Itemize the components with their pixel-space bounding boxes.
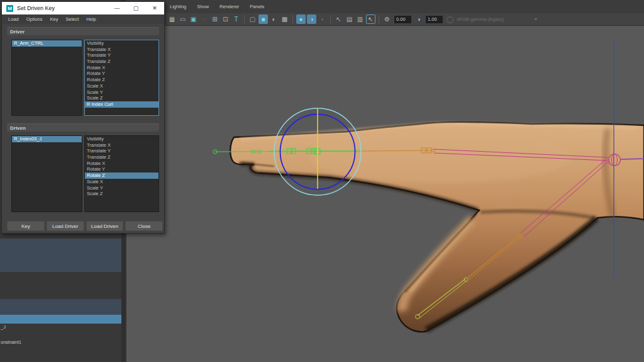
safe-action-icon[interactable]: ⊡ [221,14,230,24]
panel-layout-icon[interactable]: ▤ [345,14,354,24]
viewport-renderer-icon[interactable]: ↖ [366,14,375,24]
textured-icon[interactable]: ▩ [280,14,289,24]
safe-title-icon[interactable]: T [231,14,241,24]
driver-attr-item[interactable]: Visibility [85,40,158,47]
driven-attr-item[interactable]: Rotate X [85,161,158,167]
driver-attr-item[interactable]: Rotate Z [85,77,158,83]
panel-layout-icon-2[interactable]: ▥ [355,14,365,24]
contrast-icon[interactable]: ◑ [414,14,423,24]
driver-attr-item[interactable]: Scale Z [85,95,158,101]
toolbar-separator [379,15,379,23]
toolbar-separator [292,15,293,23]
driver-frame-header[interactable]: Driver [7,27,159,35]
menu-lighting[interactable]: Lighting [170,4,186,9]
driver-object-item-selected[interactable]: R_Arm_CTRL [12,40,82,47]
chevron-down-icon: ▾ [535,16,537,22]
driver-attribute-list[interactable]: Visibility Translate X Translate Y Trans… [84,40,159,116]
panel-menubar: Lighting Show Renderer Panels [126,0,644,13]
grid-icon[interactable]: ▦ [167,14,177,24]
toolbar-separator [244,15,245,23]
menu-renderer[interactable]: Renderer [219,4,239,9]
maximize-button[interactable]: ▢ [128,2,144,14]
close-dialog-button[interactable]: Close [125,221,163,231]
dialog-menubar: Load Options Key Select Help [2,14,164,24]
load-driven-button[interactable]: Load Driven [86,221,124,231]
gamma-field[interactable]: 1.00 [426,16,443,23]
load-driver-button[interactable]: Load Driver [47,221,84,231]
driven-attr-item[interactable]: Translate Y [85,148,158,154]
driver-attr-item[interactable]: Translate Z [85,59,158,65]
outliner-row-group[interactable] [0,239,121,272]
menu-load[interactable]: Load [8,16,19,22]
outliner-row-group[interactable] [0,299,121,315]
isolate-select-icon[interactable]: ↖ [334,14,343,24]
exposure-field[interactable]: 0.00 [394,16,411,23]
key-button[interactable]: Key [7,221,45,231]
driven-attr-item[interactable]: Scale X [85,179,158,185]
use-all-lights-icon[interactable]: ● [296,14,306,24]
menu-options[interactable]: Options [26,16,43,22]
outliner-item-label[interactable]: _J [1,324,6,330]
gear-icon[interactable]: ⚙ [382,14,392,24]
driver-object-list[interactable]: R_Arm_CTRL [11,40,82,116]
driver-attr-item[interactable]: Rotate Y [85,71,158,77]
driver-attr-item[interactable]: Translate X [85,47,158,53]
driven-object-list[interactable]: R_Index03_J [11,135,82,212]
shadows-icon[interactable]: ◑ [307,14,316,24]
driven-attr-item[interactable]: Rotate Y [85,166,158,173]
gate-mask-icon[interactable]: ▫ [199,14,209,24]
view-transform-label: sRGB gamma (legacy) [457,16,504,22]
outliner-item-label[interactable]: onstraint1 [1,339,21,345]
menu-key[interactable]: Key [50,16,58,22]
maya-logo-icon: M [6,5,13,12]
close-button[interactable]: ✕ [147,2,163,14]
driver-attr-item[interactable]: Scale X [85,83,158,89]
driver-attr-item[interactable]: Scale Y [85,89,158,96]
driven-attr-item[interactable]: Translate Z [85,154,158,161]
driven-attr-item-selected[interactable]: Rotate Z [85,173,158,179]
field-chart-icon[interactable]: ⊞ [210,14,219,24]
driven-attr-item[interactable]: Translate X [85,142,158,149]
toolbar-separator [330,15,331,23]
viewport-header: Lighting Show Renderer Panels ⌖ ◈ ✎ ▦ ▭ … [126,0,644,26]
driven-object-item-selected[interactable]: R_Index03_J [12,136,82,142]
window-title: Set Driven Key [17,5,55,11]
menu-panels[interactable]: Panels [250,4,264,9]
driven-attr-item[interactable]: Scale Z [85,191,158,197]
resolution-gate-icon[interactable]: ▣ [189,14,198,24]
wireframe-icon[interactable]: ▢ [248,14,257,24]
driven-attribute-list[interactable]: Visibility Translate X Translate Y Trans… [84,135,159,212]
outliner-row-group[interactable] [0,272,121,299]
default-material-icon[interactable]: ◐ [269,14,279,24]
driven-attr-item[interactable]: Visibility [85,136,158,142]
menu-help[interactable]: Help [86,16,96,22]
driver-attr-item[interactable]: Rotate X [85,65,158,71]
driver-attr-item-selected[interactable]: R Index Curl [85,101,158,108]
window-titlebar[interactable]: M Set Driven Key — ▢ ✕ [2,2,164,14]
menu-select[interactable]: Select [65,16,79,22]
ao-icon[interactable]: ▪ [318,14,327,24]
film-gate-icon[interactable]: ▭ [178,14,187,24]
minimize-button[interactable]: — [109,2,125,14]
driven-frame-header[interactable]: Driven [7,123,159,132]
outliner-row-selected[interactable] [0,315,121,324]
driven-attr-item[interactable]: Scale Y [85,185,158,191]
panel-toolbar: ⌖ ◈ ✎ ▦ ▭ ▣ ▫ ⊞ ⊡ T ▢ ■ ◐ ▩ ● ◑ ▪ ↖ ▤ ▥ … [126,13,644,25]
set-driven-key-window: M Set Driven Key — ▢ ✕ Load Options Key … [1,1,165,234]
view-transform-icon[interactable]: ◯ [445,14,455,24]
dialog-buttons: Key Load Driver Load Driven Close [7,221,163,231]
smooth-shade-icon[interactable]: ■ [258,14,268,24]
menu-show[interactable]: Show [197,4,209,9]
driver-attr-item[interactable]: Translate Y [85,52,158,59]
view-transform-select[interactable]: sRGB gamma (legacy) ▾ [457,16,537,22]
